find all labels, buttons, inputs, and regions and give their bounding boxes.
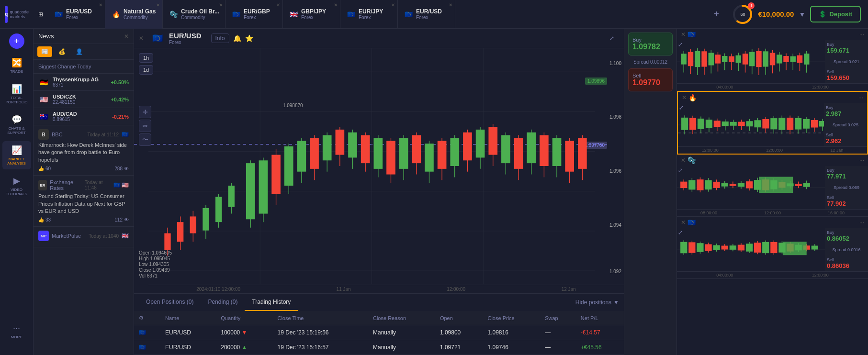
view-toggle[interactable]: ⊞ (34, 11, 48, 18)
mini-more-naturalgas_mini[interactable]: ··· (858, 94, 863, 101)
chart-close-button[interactable]: ✕ (139, 35, 144, 42)
add-tab-button[interactable]: + (708, 6, 725, 23)
mini-close-naturalgas_mini[interactable]: ✕ (682, 94, 687, 101)
grid-icon[interactable]: ⊞ (38, 11, 43, 18)
news-close-button[interactable]: ✕ (124, 33, 129, 40)
expand-button[interactable]: ⤢ (609, 35, 614, 42)
mini-more-eurusd_mini1[interactable]: ··· (859, 31, 864, 38)
tab-eurusd1[interactable]: ✕ 🇪🇺 EUR/USD Forex (48, 0, 105, 29)
mini-more-crudeoil_mini[interactable]: ··· (859, 157, 864, 164)
market-icon: 📈 (11, 145, 22, 155)
tab-close-eurgbp[interactable]: ✕ (276, 2, 280, 8)
open-positions-tab[interactable]: Open Positions (0) (139, 294, 201, 311)
market-item-audcad[interactable]: 🇦🇺 AUD/CAD 0.89615 -0.21% (34, 108, 134, 125)
logo: q quadcodemarkets (0, 6, 34, 23)
tab-close-naturalgas[interactable]: ✕ (156, 2, 160, 8)
progress-label: 60 (740, 12, 745, 17)
mini-spread-eurusd_mini2: Spread 0.0016 (827, 247, 866, 252)
mini-close-eurusd_mini2[interactable]: ✕ (681, 219, 686, 226)
tab-flag-naturalgas: 🔥 (111, 10, 121, 19)
deposit-button[interactable]: 💲 Deposit (810, 6, 861, 22)
trading-history-tab[interactable]: Trading History (245, 294, 298, 311)
svg-rect-134 (746, 121, 753, 126)
tab-close-eurusd1[interactable]: ✕ (99, 2, 102, 8)
mini-more-eurusd_mini2[interactable]: ··· (859, 219, 864, 226)
sidebar-item-trade[interactable]: 🔀 TRADE (2, 54, 31, 78)
balance-dropdown-icon[interactable]: ▼ (799, 11, 805, 18)
mini-close-crudeoil_mini[interactable]: ✕ (681, 157, 686, 164)
info-button[interactable]: Info (211, 33, 229, 43)
market-item-thyssenkrupp[interactable]: 🇩🇪 ThyssenKrupp AG 6371 +0.50% (34, 74, 134, 91)
svg-rect-105 (770, 53, 775, 65)
news-item-marketpulse[interactable]: MP MarketPulse Today at 1040 🇬🇧 (34, 227, 134, 247)
sidebar-item-more[interactable]: ··· MORE (2, 320, 31, 343)
mini-buy-crudeoil_mini[interactable]: Buy 77.971 (827, 168, 866, 180)
wave-tool[interactable]: 〜 (139, 133, 151, 146)
mini-sell-eurusd_mini2[interactable]: Sell 0.86036 (827, 257, 866, 269)
sidebar-item-market[interactable]: 📈 MARKETANALYSIS (2, 141, 31, 169)
chart-controls: 1h 1d (139, 53, 153, 75)
pending-tab[interactable]: Pending (0) (201, 294, 245, 311)
svg-rect-52 (425, 144, 434, 172)
mini-chart-eurusd_mini1[interactable]: ✕ 🇪🇺 ··· ⤢ (677, 29, 868, 91)
tab-close-gbpjpy[interactable]: ✕ (334, 2, 338, 8)
tab-close-crudeoil[interactable]: ✕ (219, 2, 223, 8)
tab-crudeoil[interactable]: ✕ 🫧 Crude Oil Br... Commodity (163, 0, 225, 29)
svg-rect-140 (770, 118, 777, 129)
timeframe-1h[interactable]: 1h (139, 53, 153, 63)
sell-button[interactable]: Sell 1.09770 (628, 68, 673, 91)
mini-buy-sell-eurusd_mini2: Buy 0.86052 Spread 0.0016 Sell 0.86036 (825, 228, 868, 271)
svg-rect-81 (688, 52, 693, 67)
mini-expand-eurusd_mini2[interactable]: ⤢ (678, 229, 683, 236)
balance-display[interactable]: €10,000.00 (758, 10, 794, 18)
mini-buy-eurusd_mini1[interactable]: Buy 159.671 (827, 42, 866, 54)
favorite-button[interactable]: ⭐ (245, 34, 253, 42)
news-tab-market[interactable]: 💰 (55, 46, 69, 57)
mini-expand-eurusd_mini1[interactable]: ⤢ (678, 41, 683, 48)
sidebar-item-video[interactable]: ▶ VIDEOTUTORIALS (2, 172, 31, 200)
svg-rect-204 (730, 245, 736, 250)
tab-gbpjpy[interactable]: ✕ 🇬🇧 GBP/JPY Forex (283, 0, 340, 29)
pen-tool[interactable]: ✏ (139, 120, 151, 132)
hide-positions-button[interactable]: Hide positions ▼ (575, 299, 619, 306)
mini-chart-naturalgas_mini[interactable]: ✕ 🔥 ··· ⤢ (677, 91, 868, 155)
svg-rect-22 (228, 186, 235, 207)
mini-close-eurusd_mini1[interactable]: ✕ (681, 31, 686, 38)
mini-buy-eurusd_mini2[interactable]: Buy 0.86052 (827, 230, 866, 242)
tab-close-eurjpy[interactable]: ✕ (391, 2, 395, 8)
alert-button[interactable]: 🔔 (233, 34, 241, 42)
mini-chart-crudeoil_mini[interactable]: ✕ 🫧 ··· ⤢ (677, 155, 868, 217)
svg-rect-58 (463, 133, 472, 161)
tab-eurusd2[interactable]: ✕ 🇪🇺 EUR/USD Forex (398, 0, 455, 29)
news-item-exchange-rates[interactable]: ER Exchange Rates Today at 11:48 🇪🇺🇺🇸 Po… (34, 176, 134, 227)
thyssenkrupp-flag: 🇩🇪 (38, 77, 49, 88)
mini-expand-naturalgas_mini[interactable]: ⤢ (679, 104, 684, 111)
tab-close-eurusd2[interactable]: ✕ (449, 2, 452, 8)
tab-flag-eurusd1: 🇪🇺 (54, 10, 63, 19)
news-header: News ✕ (34, 29, 134, 44)
buy-sell-panel: Buy 1.09782 Spread 0.00012 Sell 1.09770 (624, 29, 676, 355)
tab-eurgbp[interactable]: ✕ 🇪🇺 EUR/GBP Forex (225, 0, 283, 29)
mini-sell-naturalgas_mini[interactable]: Sell 2.962 (826, 133, 865, 144)
news-item-bbc[interactable]: B BBC Today at 11:12 🇪🇺 Kilmarnock: How … (34, 125, 134, 176)
news-tab-profile[interactable]: 👤 (72, 46, 87, 57)
mini-sell-eurusd_mini1[interactable]: Sell 159.650 (827, 69, 866, 81)
mini-sell-crudeoil_mini[interactable]: Sell 77.902 (827, 195, 866, 207)
svg-rect-91 (722, 56, 727, 62)
mini-buy-naturalgas_mini[interactable]: Buy 2.987 (826, 105, 865, 117)
svg-rect-146 (795, 118, 801, 130)
mini-chart-eurusd_mini2[interactable]: ✕ 🇪🇺 ··· ⤢ (677, 217, 868, 279)
crosshair-tool[interactable]: ✛ (139, 106, 151, 118)
news-tab-feed[interactable]: 📰 (37, 46, 52, 57)
audcad-flag: 🇦🇺 (38, 111, 49, 122)
market-item-usdczk[interactable]: 🇺🇸 USD/CZK 22.481150 +0.42% (34, 91, 134, 108)
timeframe-1d[interactable]: 1d (139, 65, 153, 75)
sidebar-add-button[interactable]: + (9, 33, 24, 49)
sidebar-item-chats[interactable]: 💬 CHATS &SUPPORT (2, 111, 31, 139)
sidebar-item-portfolio[interactable]: 📊 TOTALPORTFOLIO (2, 80, 31, 108)
tab-eurjpy[interactable]: ✕ 🇪🇺 EUR/JPY Forex (340, 0, 398, 29)
tab-naturalgas[interactable]: ✕ 🔥 Natural Gas Commodity (105, 0, 163, 29)
chats-icon: 💬 (11, 114, 22, 125)
mini-expand-crudeoil_mini[interactable]: ⤢ (678, 167, 683, 174)
buy-button[interactable]: Buy 1.09782 (628, 33, 673, 55)
